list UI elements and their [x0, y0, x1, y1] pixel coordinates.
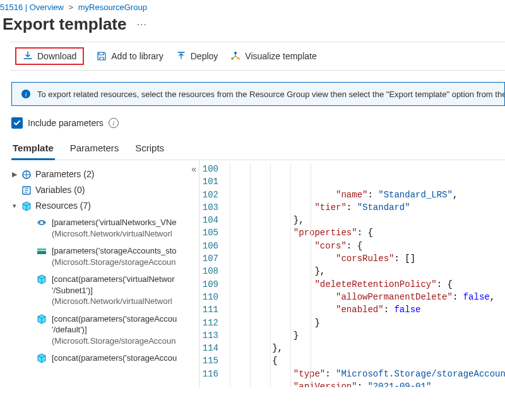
- tab-template[interactable]: Template: [11, 139, 55, 160]
- include-parameters-row: Include parameters i: [11, 117, 505, 129]
- collapse-pane-icon[interactable]: «: [191, 164, 196, 174]
- tree-parameters-label: Parameters (2): [35, 169, 94, 179]
- code-pane[interactable]: 100 101 102 103 104 105 106 107 108 109 …: [199, 160, 505, 387]
- chevron-right-icon: >: [69, 3, 74, 12]
- tree-variables[interactable]: Variables (0): [11, 182, 195, 198]
- resource-item[interactable]: [concat(parameters('storageAccou: [37, 349, 195, 367]
- tabs: Template Parameters Scripts: [11, 139, 505, 160]
- tree-resources-label: Resources (7): [35, 201, 91, 211]
- cube-icon: [37, 353, 47, 363]
- download-button[interactable]: Download: [15, 47, 84, 65]
- svg-point-0: [234, 52, 237, 54]
- tree-pane: « ▶ Parameters (2) Variables (0) ▾ Resou…: [11, 160, 199, 387]
- resource-item-text: [parameters('virtualNetworks_VNe(Microso…: [52, 217, 177, 239]
- storage-icon: [37, 246, 47, 256]
- upload-icon: [176, 51, 186, 61]
- more-icon[interactable]: ···: [137, 19, 147, 30]
- resource-item-text: [concat(parameters('storageAccou'/defaul…: [52, 313, 177, 347]
- tree-resources[interactable]: ▾ Resources (7): [11, 198, 195, 214]
- svg-point-8: [43, 222, 44, 223]
- include-parameters-label: Include parameters: [28, 118, 104, 128]
- page-title: Export template: [3, 15, 127, 34]
- download-label: Download: [37, 51, 76, 61]
- tree-resources-children: [parameters('virtualNetworks_VNe(Microso…: [37, 214, 195, 367]
- include-parameters-checkbox[interactable]: [11, 117, 23, 129]
- resource-item[interactable]: [concat(parameters('storageAccou'/defaul…: [37, 310, 195, 350]
- deploy-label: Deploy: [191, 51, 218, 61]
- svg-rect-9: [37, 248, 46, 250]
- add-to-library-button[interactable]: Add to library: [97, 51, 163, 61]
- info-icon: i: [21, 89, 31, 99]
- resource-item[interactable]: [parameters('virtualNetworks_VNe(Microso…: [37, 214, 195, 242]
- cube-icon: [37, 274, 47, 284]
- cube-icon: [37, 314, 47, 324]
- visualize-icon: [230, 51, 241, 61]
- tree-variables-label: Variables (0): [35, 185, 85, 195]
- breadcrumb: 51516 | Overview > myResourceGroup: [0, 0, 505, 13]
- resources-icon: [21, 201, 32, 211]
- code-gutter: 100 101 102 103 104 105 106 107 108 109 …: [199, 163, 225, 387]
- resource-item[interactable]: [concat(parameters('virtualNetwor'/Subne…: [37, 271, 195, 310]
- visualize-label: Visualize template: [245, 51, 316, 61]
- visualize-button[interactable]: Visualize template: [230, 51, 316, 61]
- svg-text:i: i: [25, 90, 27, 98]
- resource-item[interactable]: [parameters('storageAccounts_sto(Microso…: [37, 242, 195, 271]
- resource-item-text: [concat(parameters('storageAccou: [52, 353, 177, 364]
- info-banner-text: To export related resources, select the …: [37, 90, 505, 99]
- chevron-right-icon: ▶: [11, 169, 18, 178]
- info-banner: i To export related resources, select th…: [11, 82, 505, 106]
- resource-item-text: [concat(parameters('virtualNetwor'/Subne…: [52, 274, 175, 307]
- code-body: "name": "Standard_LRS", "tier": "Standar…: [225, 163, 505, 387]
- tab-scripts[interactable]: Scripts: [134, 139, 165, 160]
- deploy-button[interactable]: Deploy: [176, 51, 218, 61]
- download-icon: [23, 51, 33, 61]
- breadcrumb-item-resourcegroup[interactable]: myResourceGroup: [78, 3, 147, 12]
- chevron-down-icon: ▾: [11, 201, 18, 210]
- svg-rect-10: [37, 251, 46, 254]
- breadcrumb-item-overview[interactable]: 51516 | Overview: [0, 3, 64, 12]
- add-to-library-label: Add to library: [111, 51, 163, 61]
- vnet-icon: [37, 218, 47, 228]
- info-hint-icon[interactable]: i: [109, 118, 119, 128]
- tree-parameters[interactable]: ▶ Parameters (2): [11, 166, 195, 182]
- save-icon: [97, 51, 107, 61]
- variables-icon: [21, 185, 32, 195]
- content-row: « ▶ Parameters (2) Variables (0) ▾ Resou…: [11, 160, 505, 387]
- parameters-icon: [21, 170, 32, 180]
- toolbar: Download Add to library Deploy Visualize…: [10, 42, 505, 71]
- resource-item-text: [parameters('storageAccounts_sto(Microso…: [52, 245, 177, 267]
- svg-point-7: [39, 222, 40, 223]
- tab-parameters[interactable]: Parameters: [69, 139, 121, 160]
